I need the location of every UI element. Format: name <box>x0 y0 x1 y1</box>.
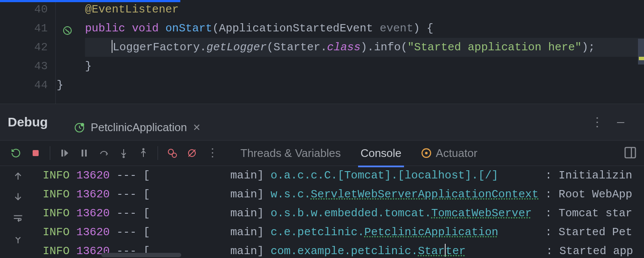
log-thread: main <box>157 226 257 239</box>
token-method: onStart <box>165 22 212 35</box>
console-output[interactable]: INFO 13620 --- [ main] o.a.c.c.C.[Tomcat… <box>36 166 644 258</box>
code-line[interactable]: } <box>57 76 644 95</box>
code-line[interactable]: } <box>85 57 644 76</box>
log-logger[interactable]: c.e.petclinic.PetclinicApplication <box>270 226 498 239</box>
log-level: INFO <box>36 188 76 201</box>
svg-point-14 <box>425 152 428 154</box>
log-pid: 13620 <box>76 169 110 182</box>
log-message: : Started app <box>546 245 633 258</box>
token-brace: . <box>320 41 327 54</box>
gutter-line-number[interactable]: 40 <box>0 0 55 19</box>
tab-console[interactable]: Console <box>361 147 401 160</box>
log-level: INFO <box>36 169 76 182</box>
token-brace: } <box>57 79 64 92</box>
code-line[interactable]: public void onStart(ApplicationStartedEv… <box>85 19 644 38</box>
svg-rect-3 <box>33 150 39 156</box>
log-message: : Tomcat star <box>545 207 632 220</box>
token-brace: ( <box>401 41 407 54</box>
console-line[interactable]: INFO 13620 --- [ main] c.e.petclinic.Pet… <box>36 223 644 242</box>
soft-wrap-icon[interactable] <box>12 212 24 226</box>
log-logger[interactable]: o.a.c.c.C.[Tomcat].[localhost].[/] <box>270 169 498 182</box>
log-logger[interactable]: com.example.petclinic.Starter <box>270 245 466 258</box>
log-logger[interactable]: w.s.c.ServletWebServerApplicationContext <box>270 188 538 201</box>
log-thread: main <box>157 169 257 182</box>
down-stack-icon[interactable] <box>12 191 24 205</box>
more-options-icon[interactable]: ⋮ <box>583 115 609 129</box>
log-separator: --- [ <box>110 226 157 239</box>
tab-actuator[interactable]: Actuator <box>421 147 477 160</box>
step-over-icon[interactable] <box>94 143 114 163</box>
mute-breakpoints-icon[interactable] <box>182 143 202 163</box>
console-horizontal-scrollbar[interactable] <box>101 253 181 257</box>
code-editor[interactable]: 4041424344 @EventListenerpublic void onS… <box>0 0 644 104</box>
svg-rect-6 <box>85 150 87 157</box>
step-out-icon[interactable] <box>134 143 153 163</box>
step-into-icon[interactable] <box>114 143 134 163</box>
pause-icon[interactable] <box>74 143 94 163</box>
loading-progress-bar <box>0 0 180 2</box>
gutter-line-number[interactable]: 44 <box>0 76 55 95</box>
editor-gutter[interactable]: 4041424344 <box>0 0 56 104</box>
svg-rect-4 <box>61 150 63 157</box>
token-param: event <box>380 22 413 35</box>
resume-icon[interactable] <box>55 143 74 163</box>
layout-settings-icon[interactable] <box>623 146 637 162</box>
console-line[interactable]: INFO 13620 --- [ main] o.a.c.c.C.[Tomcat… <box>36 166 644 185</box>
debug-toolbar: ⋮ Threads & Variables Console Actuator <box>0 140 644 166</box>
up-stack-icon[interactable] <box>12 170 24 184</box>
log-separator: ] <box>257 226 270 239</box>
log-pid: 13620 <box>76 226 110 239</box>
log-thread: main <box>157 188 257 201</box>
log-separator: ] <box>257 169 270 182</box>
log-logger[interactable]: o.s.b.w.embedded.tomcat.TomcatWebServer <box>270 207 532 220</box>
gutter-line-number[interactable]: 41 <box>0 19 55 38</box>
debug-panel-title: Debug <box>8 115 48 129</box>
log-separator: ] <box>257 207 270 220</box>
console-line[interactable]: INFO 13620 --- [ main] w.s.c.ServletWebS… <box>36 185 644 204</box>
spring-icon <box>421 148 431 158</box>
debug-view-tabs: Threads & Variables Console Actuator <box>240 147 477 160</box>
token-ann: @EventListener <box>85 3 179 16</box>
token-brace: ( <box>212 22 219 35</box>
log-separator: --- [ <box>110 188 157 201</box>
debug-tab-label: PetclinicApplication <box>91 121 187 134</box>
editor-scrollbar[interactable] <box>638 39 644 64</box>
log-separator: ] <box>257 188 270 201</box>
code-line[interactable]: @EventListener <box>85 0 644 19</box>
editor-code-area[interactable]: @EventListenerpublic void onStart(Applic… <box>56 0 644 104</box>
debug-tabs: PetclinicApplication ✕ <box>65 104 210 140</box>
token-brace: ( <box>267 41 273 54</box>
log-message: : Initializin <box>545 169 632 182</box>
svg-rect-15 <box>625 147 635 158</box>
log-pid: 13620 <box>76 207 110 220</box>
token-key: public <box>85 22 132 35</box>
minimize-icon[interactable]: — <box>609 116 632 129</box>
more-icon[interactable]: ⋮ <box>202 143 222 163</box>
stop-icon[interactable] <box>26 143 46 163</box>
rerun-icon[interactable] <box>6 143 26 163</box>
log-level: INFO <box>36 226 76 239</box>
gutter-line-number[interactable]: 42 <box>0 38 55 57</box>
impl-icon[interactable] <box>62 23 73 42</box>
editor-change-marker <box>639 57 644 60</box>
gutter-line-number[interactable]: 43 <box>0 57 55 76</box>
svg-rect-5 <box>82 150 83 157</box>
tab-threads-variables[interactable]: Threads & Variables <box>240 147 341 160</box>
svg-point-2 <box>81 123 84 126</box>
token-field: class <box>327 41 361 54</box>
console-line[interactable]: INFO 13620 --- [ main] o.s.b.w.embedded.… <box>36 204 644 223</box>
svg-point-7 <box>123 157 125 158</box>
log-message: : Started Pet <box>545 226 632 239</box>
log-separator: --- [ <box>110 169 157 182</box>
scroll-to-end-icon[interactable] <box>12 233 24 247</box>
svg-point-8 <box>143 149 144 150</box>
debug-tab-petclinic[interactable]: PetclinicApplication ✕ <box>65 115 210 140</box>
console-gutter <box>0 166 36 258</box>
view-breakpoints-icon[interactable] <box>162 143 182 163</box>
code-line[interactable]: LoggerFactory.getLogger(Starter.class).i… <box>85 38 644 57</box>
log-level: INFO <box>36 207 76 220</box>
token-call: getLogger <box>207 41 267 54</box>
log-level: INFO <box>36 245 76 258</box>
close-icon[interactable]: ✕ <box>193 122 200 133</box>
run-config-icon <box>74 123 85 133</box>
